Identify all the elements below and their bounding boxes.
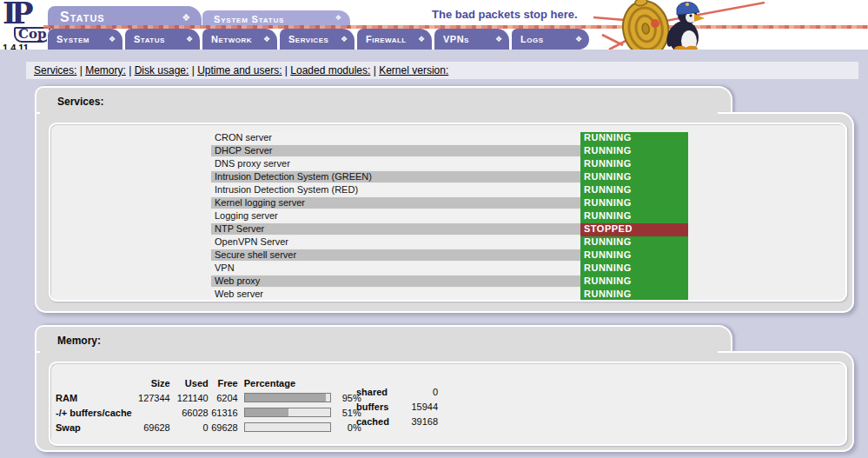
- quicklink-loaded-modules[interactable]: Loaded modules:: [290, 64, 370, 76]
- memory-free-value: 69628: [209, 420, 238, 435]
- service-status-badge: RUNNING: [580, 144, 688, 157]
- memory-extra-row: buffers15944: [356, 400, 438, 415]
- memory-free-value: 6204: [209, 390, 238, 405]
- nav-tab-label: Firewall: [357, 34, 407, 44]
- diamond-icon: ❖: [335, 14, 341, 22]
- dropdown-diamond-icon: ❖: [263, 35, 270, 43]
- quicklink-separator: |: [126, 64, 135, 76]
- quicklink-uptime-and-users[interactable]: Uptime and users:: [197, 64, 282, 76]
- service-status-badge: RUNNING: [580, 209, 688, 222]
- service-name: NTP Server: [211, 222, 580, 236]
- memory-usage-bar-fill: [245, 394, 326, 402]
- memory-bar-cell: [238, 405, 334, 420]
- memory-row-label: RAM: [56, 390, 132, 405]
- memory-col-used: Used: [170, 375, 209, 390]
- nav-tab-firewall[interactable]: Firewall❖: [357, 29, 432, 50]
- logo-ip-text: IP: [3, 0, 50, 26]
- memory-free-value: 61316: [209, 405, 238, 420]
- service-row: Kernel logging serverRUNNING: [211, 196, 688, 209]
- service-name: DNS proxy server: [211, 157, 580, 170]
- nav-tab-services[interactable]: Services❖: [280, 29, 354, 50]
- memory-col-percentage: Percentage: [238, 375, 334, 390]
- memory-bar-cell: [238, 390, 334, 405]
- memory-size-value: [132, 405, 170, 420]
- service-name: VPN: [211, 262, 580, 275]
- memory-extra-label: cached: [356, 415, 389, 429]
- service-row: Intrusion Detection System (RED)RUNNING: [211, 183, 688, 196]
- logo-cop-badge: Cop: [14, 27, 50, 43]
- dropdown-diamond-icon: ❖: [418, 35, 425, 43]
- memory-col-free: Free: [209, 375, 238, 390]
- memory-table-body: RAM127344121140620495%-/+ buffers/cache6…: [56, 390, 361, 435]
- ipcop-logo: IP Cop 1.4.11: [3, 0, 50, 50]
- mascot-image: [593, 0, 765, 50]
- service-row: DNS proxy serverRUNNING: [211, 157, 688, 170]
- memory-extra-label: shared: [356, 385, 388, 400]
- service-row: OpenVPN ServerRUNNING: [211, 236, 688, 249]
- quicklink-kernel-version[interactable]: Kernel version:: [379, 64, 448, 76]
- memory-extras: shared0buffers15944cached39168: [356, 385, 438, 429]
- quicklink-separator: |: [282, 64, 291, 76]
- service-row: Logging serverRUNNING: [211, 209, 688, 222]
- quicklink-separator: |: [370, 64, 379, 76]
- memory-col-size: Size: [132, 375, 170, 390]
- memory-usage-bar: [244, 393, 331, 402]
- service-status-badge: RUNNING: [580, 196, 688, 209]
- memory-row: Swap696280696280%: [56, 420, 361, 435]
- service-status-badge: RUNNING: [580, 157, 688, 170]
- service-row: DHCP ServerRUNNING: [211, 144, 688, 157]
- service-status-badge: RUNNING: [580, 288, 688, 300]
- quicklink-separator: |: [76, 64, 85, 76]
- service-status-badge: RUNNING: [580, 170, 688, 183]
- memory-usage-bar-fill: [245, 408, 288, 416]
- nav-tab-label: Services: [280, 34, 328, 44]
- dropdown-diamond-icon: ❖: [341, 35, 348, 43]
- service-name: CRON server: [211, 132, 580, 144]
- service-name: Web server: [211, 288, 580, 300]
- services-table: CRON serverRUNNINGDHCP ServerRUNNINGDNS …: [211, 132, 688, 300]
- header: IP Cop 1.4.11 Status ❖ System Status ❖ T…: [0, 0, 868, 50]
- memory-extra-value: 39168: [411, 415, 438, 429]
- quicklink-services[interactable]: Services:: [34, 64, 76, 76]
- services-card-seam: [40, 110, 718, 116]
- nav-tab-label: Logs: [512, 34, 544, 44]
- memory-usage-bar: [244, 408, 331, 417]
- nav-tab-status[interactable]: Status❖: [125, 29, 200, 50]
- service-name: OpenVPN Server: [211, 236, 580, 249]
- memory-row-label: Swap: [56, 420, 132, 435]
- dropdown-diamond-icon: ❖: [109, 35, 116, 43]
- memory-header-row: Size Used Free Percentage: [56, 375, 361, 390]
- nav-tab-system[interactable]: System❖: [48, 29, 123, 50]
- service-name: Kernel logging server: [211, 196, 580, 209]
- dropdown-diamond-icon: ❖: [495, 35, 502, 43]
- service-name: Intrusion Detection System (GREEN): [211, 170, 580, 183]
- services-section-title: Services:: [36, 88, 731, 108]
- memory-extra-row: shared0: [356, 385, 438, 400]
- dropdown-diamond-icon: ❖: [575, 35, 582, 43]
- nav-tab-label: Network: [202, 34, 252, 44]
- service-name: Web proxy: [211, 275, 580, 288]
- memory-used-value: 66028: [170, 405, 209, 420]
- quicklink-disk-usage[interactable]: Disk usage:: [135, 64, 189, 76]
- memory-size-value: 69628: [132, 420, 170, 435]
- memory-usage-bar: [244, 422, 331, 432]
- memory-card-seam: [40, 348, 718, 355]
- service-status-badge: RUNNING: [580, 236, 688, 249]
- memory-row: RAM127344121140620495%: [56, 390, 361, 405]
- ipcop-status-page: IP Cop 1.4.11 Status ❖ System Status ❖ T…: [0, 0, 868, 458]
- memory-size-value: 127344: [132, 390, 170, 405]
- service-status-badge: RUNNING: [580, 275, 688, 288]
- dropdown-diamond-icon: ❖: [186, 35, 193, 43]
- quicklink-memory[interactable]: Memory:: [85, 64, 126, 76]
- service-name: Secure shell server: [211, 249, 580, 262]
- memory-extra-value: 0: [433, 385, 438, 400]
- service-status-badge: RUNNING: [580, 249, 688, 262]
- nav-tab-vpns[interactable]: VPNs❖: [434, 29, 509, 50]
- nav-tab-logs[interactable]: Logs❖: [512, 29, 589, 50]
- memory-used-value: 121140: [170, 390, 209, 405]
- service-name: Logging server: [211, 209, 580, 222]
- diamond-icon: ❖: [182, 12, 190, 23]
- memory-row: -/+ buffers/cache660286131651%: [56, 405, 361, 420]
- nav-tab-network[interactable]: Network❖: [202, 29, 277, 50]
- service-row: Intrusion Detection System (GREEN)RUNNIN…: [211, 170, 688, 183]
